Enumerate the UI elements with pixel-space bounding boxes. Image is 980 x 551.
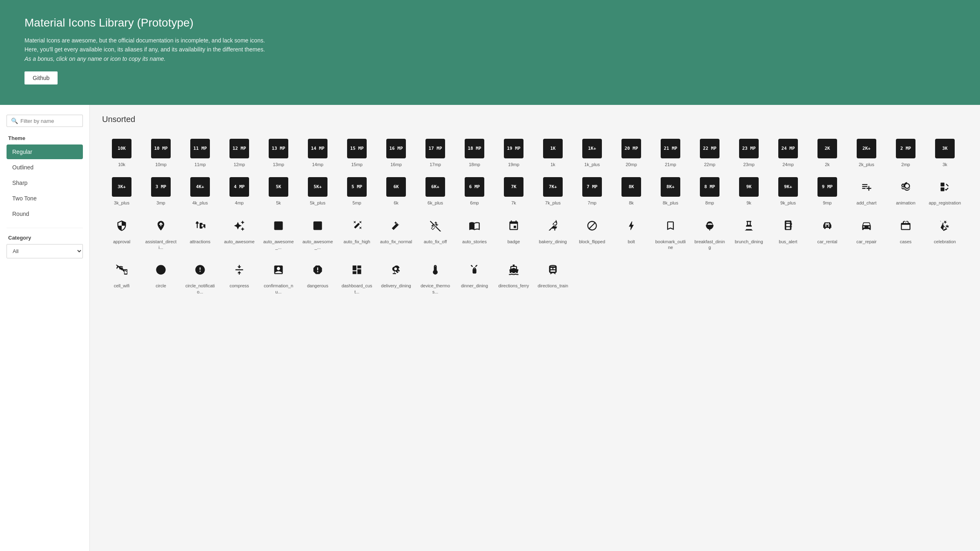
- icon-item[interactable]: add_chart: [847, 172, 886, 211]
- header-desc1: Material Icons are awesome, but the offi…: [24, 36, 956, 45]
- icon-item[interactable]: 24 MP24mp: [768, 134, 808, 172]
- icon-item[interactable]: 6K+6k_plus: [416, 172, 455, 211]
- icon-item[interactable]: compress: [220, 255, 259, 300]
- icon-name: 3k_plus: [114, 200, 129, 206]
- sidebar-item-sharp[interactable]: Sharp: [7, 176, 83, 190]
- icon-item[interactable]: car_rental: [808, 211, 847, 256]
- icon-item[interactable]: 5K+5k_plus: [298, 172, 337, 211]
- sidebar-item-round[interactable]: Round: [7, 207, 83, 221]
- icon-name: auto_fix_off: [424, 239, 447, 244]
- icon-item[interactable]: auto_fix_normal: [376, 211, 416, 256]
- icon-item[interactable]: directions_train: [533, 255, 572, 300]
- icon-item[interactable]: 10 MP10mp: [141, 134, 180, 172]
- icon-item[interactable]: approval: [102, 211, 141, 256]
- icon-item[interactable]: 13 MP13mp: [259, 134, 298, 172]
- icon-item[interactable]: app_registration: [925, 172, 964, 211]
- icon-item[interactable]: 2K2k: [808, 134, 847, 172]
- icon-item[interactable]: celebration: [925, 211, 964, 256]
- icon-item[interactable]: 8 MP8mp: [690, 172, 729, 211]
- icon-item[interactable]: cell_wifi: [102, 255, 141, 300]
- icon-item[interactable]: 3 MP3mp: [141, 172, 180, 211]
- icon-item[interactable]: 16 MP16mp: [376, 134, 416, 172]
- icon-item[interactable]: 6 MP6mp: [455, 172, 494, 211]
- sidebar-item-regular[interactable]: Regular: [7, 144, 83, 159]
- icon-item[interactable]: 22 MP22mp: [690, 134, 729, 172]
- search-container[interactable]: 🔍: [7, 115, 83, 127]
- icon-item[interactable]: directions_ferry: [494, 255, 533, 300]
- category-select[interactable]: All: [7, 244, 83, 258]
- icon-item[interactable]: auto_awesome: [220, 211, 259, 256]
- icon-item[interactable]: 5 MP5mp: [337, 172, 376, 211]
- icon-item[interactable]: confirmation_nu...: [259, 255, 298, 300]
- icon-item[interactable]: 4K+4k_plus: [180, 172, 220, 211]
- icon-name: directions_train: [538, 283, 568, 289]
- icon-item[interactable]: device_thermos...: [416, 255, 455, 300]
- icon-item[interactable]: 17 MP17mp: [416, 134, 455, 172]
- icon-item[interactable]: 19 MP19mp: [494, 134, 533, 172]
- icon-item[interactable]: 14 MP14mp: [298, 134, 337, 172]
- icon-name: 8k: [629, 200, 634, 206]
- icon-item[interactable]: bus_alert: [768, 211, 808, 256]
- icon-name: 7mp: [588, 200, 596, 206]
- icon-item[interactable]: cases: [886, 211, 925, 256]
- icon-name: 14mp: [312, 162, 323, 167]
- icon-name: 4k_plus: [192, 200, 208, 206]
- icon-name: 2k: [825, 162, 830, 167]
- icon-item[interactable]: auto_awesome_...: [298, 211, 337, 256]
- sidebar-item-two-tone[interactable]: Two Tone: [7, 191, 83, 206]
- icon-item[interactable]: 9K+9k_plus: [768, 172, 808, 211]
- icon-item[interactable]: 1K+1k_plus: [572, 134, 612, 172]
- icon-item[interactable]: 3K+3k_plus: [102, 172, 141, 211]
- icon-item[interactable]: 15 MP15mp: [337, 134, 376, 172]
- icon-item[interactable]: 7K7k: [494, 172, 533, 211]
- icon-name: brunch_dining: [735, 239, 763, 244]
- icon-item[interactable]: auto_stories: [455, 211, 494, 256]
- icon-item[interactable]: auto_fix_off: [416, 211, 455, 256]
- icon-item[interactable]: 20 MP20mp: [612, 134, 651, 172]
- icon-item[interactable]: auto_fix_high: [337, 211, 376, 256]
- icon-item[interactable]: 11 MP11mp: [180, 134, 220, 172]
- icon-item[interactable]: assistant_directi...: [141, 211, 180, 256]
- icon-item[interactable]: block_flipped: [572, 211, 612, 256]
- icon-item[interactable]: 6K6k: [376, 172, 416, 211]
- search-input[interactable]: [20, 118, 78, 124]
- icon-name: 9k: [746, 200, 751, 206]
- icon-item[interactable]: auto_awesome_...: [259, 211, 298, 256]
- icon-item[interactable]: badge: [494, 211, 533, 256]
- icon-item[interactable]: circle_notificatio...: [180, 255, 220, 300]
- icon-item[interactable]: 18 MP18mp: [455, 134, 494, 172]
- icon-item[interactable]: 7 MP7mp: [572, 172, 612, 211]
- icon-item[interactable]: bakery_dining: [533, 211, 572, 256]
- icon-item[interactable]: bookmark_outline: [651, 211, 690, 256]
- icon-item[interactable]: 1K1k: [533, 134, 572, 172]
- icon-item[interactable]: dashboard_cust...: [337, 255, 376, 300]
- icon-item[interactable]: animation: [886, 172, 925, 211]
- icon-item[interactable]: 23 MP23mp: [729, 134, 768, 172]
- icon-item[interactable]: bolt: [612, 211, 651, 256]
- icon-item[interactable]: 10K10k: [102, 134, 141, 172]
- icon-item[interactable]: brunch_dining: [729, 211, 768, 256]
- icon-item[interactable]: 9K9k: [729, 172, 768, 211]
- icon-item[interactable]: 7K+7k_plus: [533, 172, 572, 211]
- icon-item[interactable]: 5K5k: [259, 172, 298, 211]
- icon-item[interactable]: 4 MP4mp: [220, 172, 259, 211]
- icon-item[interactable]: delivery_dining: [376, 255, 416, 300]
- icon-name: 16mp: [390, 162, 402, 167]
- icon-item[interactable]: attractions: [180, 211, 220, 256]
- icon-item[interactable]: car_repair: [847, 211, 886, 256]
- icon-item[interactable]: 2 MP2mp: [886, 134, 925, 172]
- github-button[interactable]: Github: [24, 71, 58, 84]
- icon-item[interactable]: dangerous: [298, 255, 337, 300]
- sidebar-item-outlined[interactable]: Outlined: [7, 160, 83, 175]
- icon-item[interactable]: 12 MP12mp: [220, 134, 259, 172]
- icon-name: 17mp: [430, 162, 441, 167]
- icon-item[interactable]: 3K3k: [925, 134, 964, 172]
- icon-item[interactable]: 9 MP9mp: [808, 172, 847, 211]
- icon-item[interactable]: 21 MP21mp: [651, 134, 690, 172]
- icon-item[interactable]: 8K+8k_plus: [651, 172, 690, 211]
- icon-item[interactable]: 8K8k: [612, 172, 651, 211]
- icon-item[interactable]: 2K+2k_plus: [847, 134, 886, 172]
- icon-item[interactable]: circle: [141, 255, 180, 300]
- icon-item[interactable]: breakfast_dining: [690, 211, 729, 256]
- icon-item[interactable]: dinner_dining: [455, 255, 494, 300]
